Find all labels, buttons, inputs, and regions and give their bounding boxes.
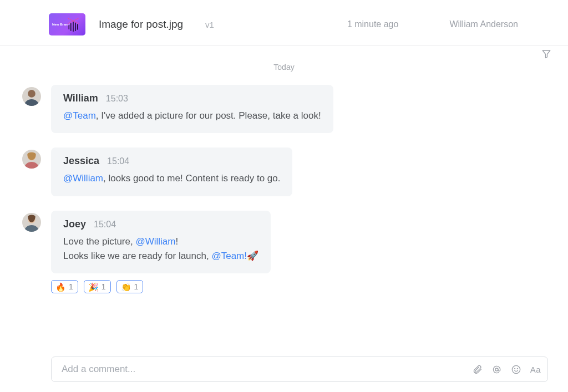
mention[interactable]: @William (63, 173, 103, 184)
composer-tools: Aa (472, 364, 541, 375)
tada-emoji: 🎉 (88, 283, 99, 291)
mention[interactable]: @William (135, 236, 175, 247)
message-list: William 15:03 @Team, I've added a pictur… (0, 85, 568, 293)
comment-input[interactable] (62, 364, 472, 375)
svg-marker-0 (542, 50, 550, 58)
reaction-count: 1 (69, 282, 73, 291)
message-body: @William, looks good to me! Content is r… (63, 171, 280, 186)
at-icon[interactable] (491, 364, 502, 375)
fire-emoji: 🔥 (55, 283, 66, 291)
svg-point-7 (517, 368, 518, 369)
file-version: v1 (205, 20, 214, 29)
message-body: @Team, I've added a picture for our post… (63, 109, 321, 123)
message-row: William 15:03 @Team, I've added a pictur… (22, 85, 541, 133)
thumbnail-art (65, 14, 81, 34)
mention[interactable]: @Team (63, 110, 96, 121)
message-body: Love the picture, @William!Looks like we… (63, 235, 258, 264)
message-bubble[interactable]: Jessica 15:04 @William, looks good to me… (51, 147, 292, 196)
avatar[interactable] (22, 87, 41, 106)
upload-time: 1 minute ago (347, 19, 399, 29)
svg-point-4 (495, 368, 498, 370)
file-name[interactable]: Image for post.jpg (99, 18, 183, 30)
message-time: 15:04 (94, 220, 116, 230)
paperclip-icon[interactable] (472, 364, 483, 375)
avatar[interactable] (22, 213, 41, 232)
svg-point-6 (514, 368, 515, 369)
date-separator: Today (0, 63, 568, 72)
message-row: Jessica 15:04 @William, looks good to me… (22, 147, 541, 196)
mention[interactable]: @Team! (211, 251, 247, 261)
message-author: Joey (63, 218, 86, 230)
format-icon[interactable]: Aa (530, 365, 541, 374)
message-time: 15:03 (106, 94, 128, 104)
reaction-button[interactable]: 🎉 1 (84, 280, 111, 293)
file-header: New Brand Image for post.jpg v1 1 minute… (0, 0, 568, 46)
message-author: William (63, 93, 98, 104)
svg-point-5 (512, 365, 520, 373)
message-bubble[interactable]: Joey 15:04 Love the picture, @William!Lo… (51, 211, 271, 274)
reaction-count: 1 (102, 282, 106, 291)
filter-icon[interactable] (541, 49, 551, 59)
comment-composer[interactable]: Aa (51, 357, 548, 382)
message-time: 15:04 (107, 156, 129, 166)
uploader-name[interactable]: William Anderson (449, 19, 518, 29)
message-author: Jessica (63, 155, 99, 167)
message-bubble[interactable]: William 15:03 @Team, I've added a pictur… (51, 85, 333, 133)
reaction-button[interactable]: 👏 1 (116, 280, 144, 293)
avatar[interactable] (22, 150, 41, 169)
clap-emoji: 👏 (121, 283, 131, 291)
reaction-bar: 🔥 1 🎉 1 👏 1 (51, 280, 271, 293)
svg-point-1 (28, 90, 36, 98)
file-thumbnail[interactable]: New Brand (49, 13, 85, 35)
smiley-icon[interactable] (511, 364, 521, 375)
reaction-count: 1 (134, 282, 139, 291)
message-row: Joey 15:04 Love the picture, @William!Lo… (22, 211, 541, 294)
reaction-button[interactable]: 🔥 1 (51, 280, 78, 293)
